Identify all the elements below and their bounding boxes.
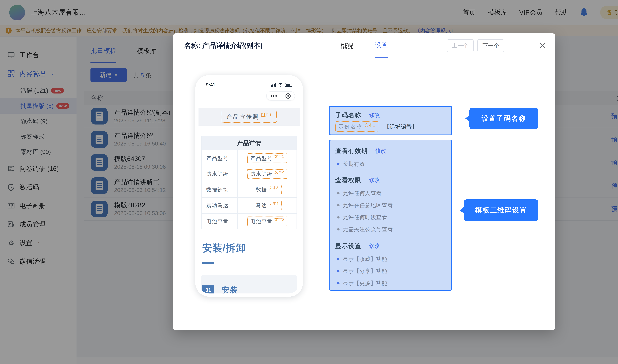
product-detail-table: 产品详情 产品型号 产品型号文本1 防水等级 防水等级文本2 数据链接 数据文本… <box>201 136 297 229</box>
close-icon[interactable]: ✕ <box>539 41 546 50</box>
statusbar-icons <box>271 83 292 87</box>
increment-suffix: - 【递增编号】 <box>381 123 417 130</box>
product-row: 数据链接 数据文本3 <box>202 182 296 197</box>
display-title: 显示设置 <box>335 242 361 250</box>
template-settings-modal: 名称: 产品详情介绍(副本) 概况 设置 上一个 下一个 ✕ 9:41 <box>173 33 555 330</box>
step-block: 01 安装 <box>201 275 297 293</box>
text-placeholder-box: 电池容量文本5 <box>247 217 287 226</box>
modify-link[interactable]: 修改 <box>369 176 380 184</box>
tab-settings[interactable]: 设置 <box>375 33 388 58</box>
display-item: 显示【更多】功能 <box>343 280 387 287</box>
modal-pager: 上一个 下一个 <box>447 39 504 52</box>
callout-template-qr-settings: 模板二维码设置 <box>464 199 538 221</box>
previous-button[interactable]: 上一个 <box>447 39 474 52</box>
validity-item: 长期有效 <box>343 160 365 168</box>
statusbar-time: 9:41 <box>206 82 215 88</box>
phone-preview: 9:41 产品宣传照 <box>195 75 303 297</box>
text-placeholder-box: 马达文本4 <box>253 201 282 210</box>
section-title: 安装/拆卸 <box>202 241 246 255</box>
phone-banner: 产品宣传照 图片1 <box>199 108 300 126</box>
more-dots-icon[interactable] <box>271 95 277 97</box>
product-row-label: 震动马达 <box>202 198 238 213</box>
next-button[interactable]: 下一个 <box>477 39 504 52</box>
product-row-label: 电池容量 <box>202 214 238 229</box>
step-label: 安装 <box>222 285 238 293</box>
subcode-name-title: 子码名称 <box>335 111 361 119</box>
validity-title: 查看有效期 <box>335 147 368 155</box>
display-item: 显示【分享】功能 <box>343 267 387 275</box>
display-item: 显示【收藏】功能 <box>343 255 387 263</box>
battery-icon <box>285 83 292 87</box>
callout-set-subcode-name: 设置子码名称 <box>470 108 538 129</box>
modal-header: 名称: 产品详情介绍(副本) 概况 设置 上一个 下一个 ✕ <box>173 33 555 58</box>
permission-item: 无需关注公众号查看 <box>343 226 393 233</box>
modal-body: 9:41 产品宣传照 <box>173 58 555 330</box>
install-section: 安装/拆卸 <box>202 241 246 264</box>
permission-item: 允许在任意地区查看 <box>343 202 393 209</box>
permission-item: 允许任何人查看 <box>343 190 382 197</box>
tab-overview[interactable]: 概况 <box>340 33 353 58</box>
capsule-close-icon[interactable] <box>285 93 291 98</box>
text-placeholder-box: 数据文本3 <box>253 185 282 195</box>
image-tag: 图片1 <box>261 112 271 118</box>
product-table-title: 产品详情 <box>202 136 296 150</box>
permission-title: 查看权限 <box>335 176 361 184</box>
text-placeholder-box: 防水等级文本2 <box>247 169 287 179</box>
modify-link[interactable]: 修改 <box>369 112 380 119</box>
permission-item: 允许任何时段查看 <box>343 214 387 221</box>
text-placeholder-box: 示例名称 文本1 <box>335 121 378 132</box>
product-row: 震动马达 马达文本4 <box>202 197 296 213</box>
app-root: 上海八木屋有限... 首页 模板库 VIP会员 帮助 ♛ 升级/续费 VIP N… <box>0 0 618 364</box>
pane-divider <box>323 58 323 330</box>
banner-text: 产品宣传照 <box>227 113 259 120</box>
modify-link[interactable]: 修改 <box>375 147 386 155</box>
product-row: 防水等级 防水等级文本2 <box>202 166 296 182</box>
product-row-label: 数据链接 <box>202 182 238 197</box>
phone-screen: 9:41 产品宣传照 <box>199 78 300 293</box>
product-row-label: 防水等级 <box>202 166 238 182</box>
qr-settings-box: 查看有效期 修改 长期有效 查看权限 修改 允许任何人查看 允许在任意地区查看 … <box>329 140 452 291</box>
section-underline <box>202 262 214 264</box>
subcode-name-box: 子码名称 修改 示例名称 文本1 - 【递增编号】 <box>329 106 452 135</box>
text-placeholder-box: 产品型号文本1 <box>247 153 287 163</box>
modify-link[interactable]: 修改 <box>369 242 380 250</box>
subcode-name-sample: 示例名称 文本1 - 【递增编号】 <box>335 121 417 132</box>
product-row: 电池容量 电池容量文本5 <box>202 213 296 229</box>
step-number: 01 <box>202 286 214 293</box>
product-row-label: 产品型号 <box>202 150 238 166</box>
image-placeholder-box: 产品宣传照 图片1 <box>222 111 277 123</box>
product-row: 产品型号 产品型号文本1 <box>202 150 296 166</box>
wifi-icon <box>278 83 283 87</box>
signal-icon <box>271 83 276 87</box>
miniprogram-capsule <box>266 91 295 101</box>
phone-statusbar: 9:41 <box>199 81 300 89</box>
